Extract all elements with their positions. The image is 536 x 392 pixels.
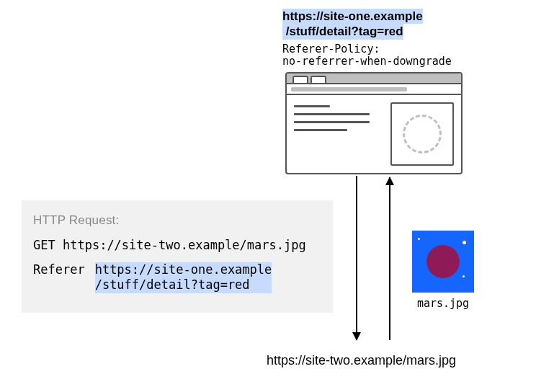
http-referer-line: Referer https://site-one.example /stuff/… xyxy=(33,262,321,293)
request-arrow-icon xyxy=(356,176,357,340)
http-target: https://site-two.example/mars.jpg xyxy=(63,238,306,252)
referer-value-line2: /stuff/detail?tag=red xyxy=(95,277,272,293)
url-bar-placeholder-icon xyxy=(291,87,407,92)
page-url-line2: /stuff/detail?tag=red xyxy=(282,24,403,39)
referer-policy-label: Referer-Policy: no-referrer-when-downgra… xyxy=(282,43,452,67)
policy-header-value: no-referrer-when-downgrade xyxy=(282,55,452,68)
image-url: https://site-two.example/mars.jpg xyxy=(267,353,456,368)
referer-header-name: Referer xyxy=(33,262,85,277)
browser-mock xyxy=(285,72,463,174)
browser-text-placeholder xyxy=(294,102,383,166)
browser-tab-icon xyxy=(292,76,308,83)
diagram-stage: https://site-one.example /stuff/detail?t… xyxy=(0,0,536,392)
browser-body xyxy=(287,95,461,173)
http-request-caption: HTTP Request: xyxy=(33,213,321,228)
image-preview: mars.jpg xyxy=(412,231,474,310)
browser-tabs-bar xyxy=(287,74,461,83)
image-loading-icon xyxy=(403,115,442,153)
page-url: https://site-one.example /stuff/detail?t… xyxy=(282,9,423,40)
image-filename: mars.jpg xyxy=(412,297,474,310)
page-url-line1: https://site-one.example xyxy=(282,9,423,24)
http-method: GET xyxy=(33,238,55,252)
policy-header-name: Referer-Policy: xyxy=(282,43,380,55)
referer-value-line1: https://site-one.example xyxy=(95,262,272,277)
browser-tab-icon xyxy=(311,76,326,83)
mars-image-icon xyxy=(412,231,474,293)
http-request-line: GET https://site-two.example/mars.jpg xyxy=(33,238,321,252)
http-request-box: HTTP Request: GET https://site-two.examp… xyxy=(22,200,333,313)
browser-url-bar xyxy=(287,83,461,95)
response-arrow-icon xyxy=(389,177,390,340)
browser-image-placeholder xyxy=(390,102,454,166)
